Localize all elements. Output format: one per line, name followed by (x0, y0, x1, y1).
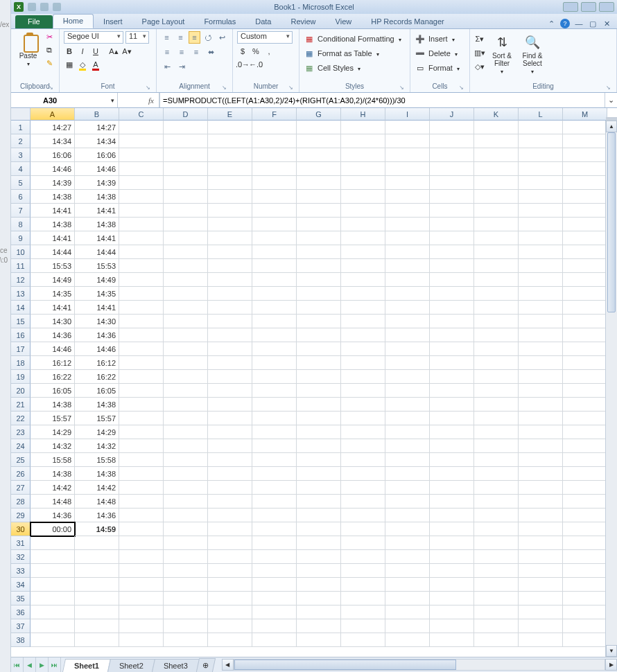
worksheet-grid[interactable]: ABCDEFGHIJKLM114:2714:27214:3414:34316:0… (11, 108, 617, 657)
cell[interactable] (519, 605, 563, 619)
cell[interactable]: 14:42 (31, 481, 75, 495)
cell[interactable] (385, 619, 430, 633)
format-button[interactable]: ▭Format (415, 62, 465, 73)
cell[interactable] (119, 425, 164, 439)
cell[interactable] (297, 231, 341, 245)
delete-button[interactable]: ➖Delete (415, 48, 465, 59)
cell[interactable] (297, 578, 341, 592)
cell[interactable] (341, 134, 385, 148)
cell[interactable] (563, 356, 607, 370)
cell[interactable] (119, 578, 164, 592)
cell[interactable] (31, 536, 75, 550)
cell[interactable] (208, 204, 252, 218)
column-header[interactable]: I (385, 108, 430, 121)
cell[interactable] (430, 370, 474, 384)
cell[interactable]: 14:49 (31, 273, 75, 287)
cell[interactable] (430, 245, 474, 259)
cell[interactable] (430, 439, 474, 453)
cell[interactable] (297, 495, 341, 509)
cell[interactable] (341, 522, 385, 536)
cell[interactable] (341, 231, 385, 245)
cell[interactable] (75, 619, 119, 633)
cell[interactable] (341, 425, 385, 439)
cell[interactable] (208, 370, 252, 384)
quick-access-toolbar[interactable] (28, 3, 61, 11)
tab-data[interactable]: Data (245, 15, 281, 28)
cell[interactable]: 14:30 (75, 315, 119, 328)
cell[interactable] (385, 495, 430, 509)
cell[interactable] (119, 370, 164, 384)
cell[interactable] (519, 398, 563, 412)
cell[interactable]: 14:49 (75, 273, 119, 287)
cell[interactable] (208, 495, 252, 509)
tab-hp-records-manager[interactable]: HP Records Manager (361, 15, 454, 28)
cell[interactable] (119, 619, 164, 633)
cell[interactable]: 15:57 (31, 412, 75, 425)
cell[interactable] (385, 453, 430, 467)
cell[interactable] (474, 467, 519, 481)
cell[interactable] (297, 522, 341, 536)
cell[interactable] (297, 481, 341, 495)
cell[interactable] (31, 564, 75, 578)
column-header[interactable]: D (164, 108, 208, 121)
cell[interactable] (164, 536, 208, 550)
row-header[interactable]: 36 (11, 605, 31, 619)
tab-insert[interactable]: Insert (94, 15, 132, 28)
cell[interactable]: 14:44 (75, 245, 119, 259)
cell[interactable] (519, 245, 563, 259)
row-header[interactable]: 21 (11, 398, 31, 412)
cell[interactable] (31, 619, 75, 633)
cell[interactable]: 14:34 (75, 134, 119, 148)
cell[interactable] (430, 564, 474, 578)
cell[interactable] (164, 342, 208, 356)
cell[interactable] (252, 218, 297, 231)
row-header[interactable]: 9 (11, 231, 31, 245)
tab-home[interactable]: Home (53, 14, 94, 28)
align-center-icon[interactable]: ≡ (175, 46, 188, 58)
row-header[interactable]: 31 (11, 536, 31, 550)
cell[interactable] (519, 619, 563, 633)
cell[interactable] (385, 162, 430, 176)
cell[interactable] (430, 121, 474, 134)
row-header[interactable]: 11 (11, 259, 31, 273)
column-header[interactable]: B (75, 108, 119, 121)
cell[interactable] (474, 328, 519, 342)
cell[interactable] (430, 218, 474, 231)
cell[interactable] (208, 315, 252, 328)
cell[interactable] (563, 412, 607, 425)
cell[interactable] (341, 605, 385, 619)
cell[interactable]: 14:36 (75, 509, 119, 522)
cell[interactable] (208, 287, 252, 301)
decrease-indent-icon[interactable]: ⇤ (161, 60, 173, 73)
cell[interactable] (252, 467, 297, 481)
cell[interactable] (519, 176, 563, 190)
cell[interactable] (430, 301, 474, 315)
cell[interactable] (341, 259, 385, 273)
cell[interactable] (119, 328, 164, 342)
cell[interactable] (385, 509, 430, 522)
cell[interactable]: 14:38 (75, 218, 119, 231)
cell[interactable] (385, 633, 430, 647)
cell[interactable] (563, 605, 607, 619)
row-header[interactable]: 33 (11, 564, 31, 578)
cell[interactable] (208, 190, 252, 204)
cell[interactable] (474, 509, 519, 522)
cell[interactable]: 14:34 (31, 134, 75, 148)
cell[interactable] (385, 287, 430, 301)
cell[interactable] (208, 273, 252, 287)
cell[interactable] (208, 398, 252, 412)
minimize-ribbon-icon[interactable]: ⌃ (546, 19, 556, 28)
cell[interactable] (341, 536, 385, 550)
cell[interactable] (519, 578, 563, 592)
row-header[interactable]: 22 (11, 412, 31, 425)
cell[interactable] (385, 259, 430, 273)
cell[interactable] (252, 370, 297, 384)
cell[interactable]: 14:30 (31, 315, 75, 328)
cell[interactable] (164, 176, 208, 190)
cell[interactable] (119, 633, 164, 647)
select-all-corner[interactable] (11, 108, 31, 121)
cell[interactable] (519, 439, 563, 453)
cell[interactable] (341, 592, 385, 605)
cell[interactable] (563, 550, 607, 564)
cell[interactable] (519, 162, 563, 176)
